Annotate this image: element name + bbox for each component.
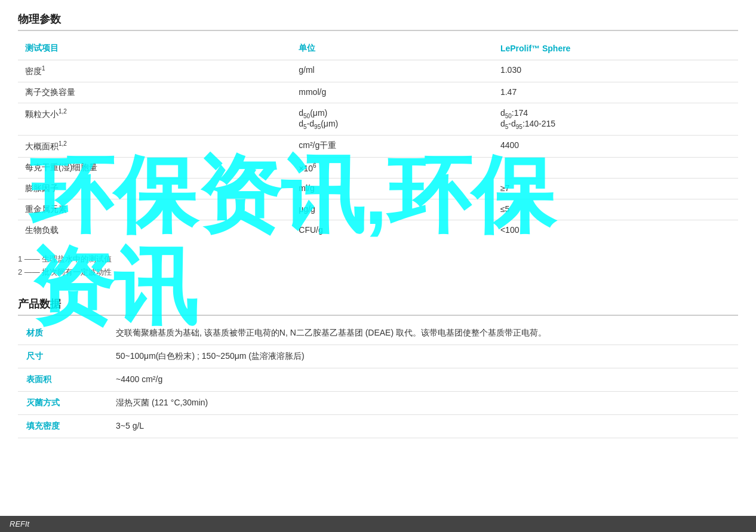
prod-surface-value: ~4400 cm²/g [107,368,738,392]
row-density-name: 密度1 [18,60,291,82]
table-row: 表面积 ~4400 cm²/g [18,368,738,392]
row-cell-count-unit: ×106 [291,157,493,178]
footnotes: 1 —— 生理盐水中的测试值 2 —— 批次间有一定波动性 [18,253,738,279]
row-ion-exchange-unit: mmol/g [291,82,493,103]
row-cell-count-name: 每克干重(湿)细胞量 [18,157,291,178]
row-bio-burden-unit: CFU/g [291,220,493,241]
footnote-2: 2 —— 批次间有一定波动性 [18,266,738,279]
col-header-test: 测试项目 [18,37,291,60]
row-bio-burden-value: <100 [493,220,738,241]
row-surface-area-name: 大概面积1,2 [18,136,291,158]
prod-sterilization-value: 湿热灭菌 (121 °C,30min) [107,392,738,415]
table-row: 膨胀因子 ml/g ≥7 [18,178,738,199]
row-heavy-metals-unit: μg/g [291,199,493,220]
row-density-unit: g/ml [291,60,493,82]
prod-size-value: 50~100μm(白色粉末) ; 150~250μm (盐溶液溶胀后) [107,345,738,368]
table-row: 重金属元素 μg/g ≤5 [18,199,738,220]
prod-packing-density-label: 填充密度 [18,415,107,438]
col-header-unit: 单位 [291,37,493,60]
row-cell-count-value [493,157,738,178]
table-row: 灭菌方式 湿热灭菌 (121 °C,30min) [18,392,738,415]
row-swelling-unit: ml/g [291,178,493,199]
row-particle-size-value: d50:174 d5-d95:140-215 [493,103,738,136]
prod-material-value: 交联葡聚糖基质为基础, 该基质被带正电荷的N, N二乙胺基乙基基团 (DEAE)… [107,322,738,345]
table-row: 大概面积1,2 cm²/g干重 4400 [18,136,738,158]
table-row: 生物负载 CFU/g <100 [18,220,738,241]
row-surface-area-unit: cm²/g干重 [291,136,493,158]
table-row: 每克干重(湿)细胞量 ×106 [18,157,738,178]
col-header-product: LeProlif™ Sphere [493,37,738,60]
row-surface-area-value: 4400 [493,136,738,158]
row-heavy-metals-name: 重金属元素 [18,199,291,220]
product-data-table: 材质 交联葡聚糖基质为基础, 该基质被带正电荷的N, N二乙胺基乙基基团 (DE… [18,322,738,438]
prod-sterilization-label: 灭菌方式 [18,392,107,415]
physical-params-table: 测试项目 单位 LeProlif™ Sphere 密度1 g/ml 1.030 … [18,37,738,241]
table-row: 尺寸 50~100μm(白色粉末) ; 150~250μm (盐溶液溶胀后) [18,345,738,368]
row-bio-burden-name: 生物负载 [18,220,291,241]
bottom-bar: REFIt [0,516,756,532]
row-particle-size-name: 颗粒大小1,2 [18,103,291,136]
table-row: 密度1 g/ml 1.030 [18,60,738,82]
row-ion-exchange-name: 离子交换容量 [18,82,291,103]
page-wrapper: 物理参数 测试项目 单位 LeProlif™ Sphere 密度1 g/ml 1… [0,0,756,532]
row-ion-exchange-value: 1.47 [493,82,738,103]
row-heavy-metals-value: ≤5 [493,199,738,220]
row-swelling-value: ≥7 [493,178,738,199]
row-particle-size-unit: d50(μm) d5-d95(μm) [291,103,493,136]
row-density-value: 1.030 [493,60,738,82]
footnote-1: 1 —— 生理盐水中的测试值 [18,253,738,266]
bottom-bar-text: REFIt [10,519,29,528]
table-row: 颗粒大小1,2 d50(μm) d5-d95(μm) d50:174 d5-d9… [18,103,738,136]
table-row: 离子交换容量 mmol/g 1.47 [18,82,738,103]
table-row: 填充密度 3~5 g/L [18,415,738,438]
table-row: 材质 交联葡聚糖基质为基础, 该基质被带正电荷的N, N二乙胺基乙基基团 (DE… [18,322,738,345]
prod-size-label: 尺寸 [18,345,107,368]
row-swelling-name: 膨胀因子 [18,178,291,199]
prod-packing-density-value: 3~5 g/L [107,415,738,438]
product-data-title: 产品数据 [18,297,738,316]
physical-params-title: 物理参数 [18,12,738,31]
prod-material-label: 材质 [18,322,107,345]
prod-surface-label: 表面积 [18,368,107,392]
